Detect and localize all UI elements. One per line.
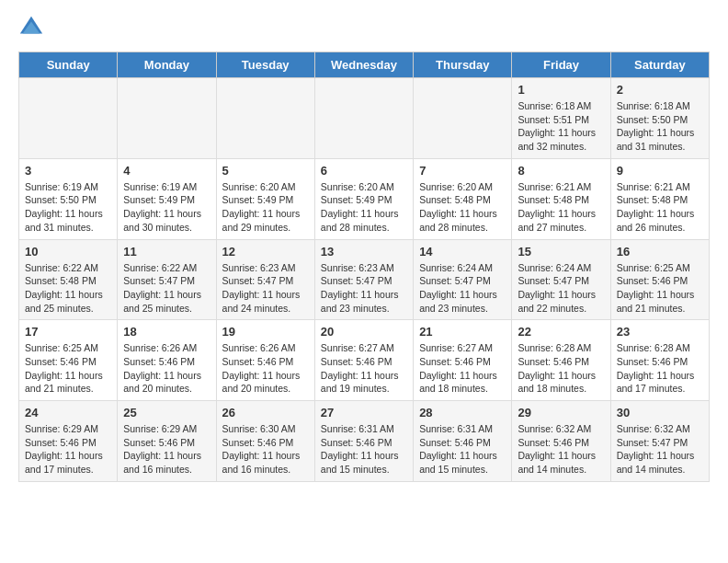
day-number: 19 bbox=[222, 325, 309, 339]
day-number: 10 bbox=[25, 245, 111, 259]
calendar-cell bbox=[118, 78, 216, 159]
day-info: Sunrise: 6:22 AMSunset: 5:47 PMDaylight:… bbox=[123, 261, 210, 316]
calendar-cell: 9Sunrise: 6:21 AMSunset: 5:48 PMDaylight… bbox=[610, 158, 709, 239]
day-number: 30 bbox=[617, 406, 703, 419]
calendar-cell: 16Sunrise: 6:25 AMSunset: 5:46 PMDayligh… bbox=[610, 239, 709, 320]
day-number: 22 bbox=[518, 325, 604, 339]
day-info: Sunrise: 6:32 AMSunset: 5:47 PMDaylight:… bbox=[617, 422, 703, 477]
calendar-cell: 11Sunrise: 6:22 AMSunset: 5:47 PMDayligh… bbox=[118, 239, 216, 320]
day-number: 7 bbox=[419, 164, 506, 178]
day-info: Sunrise: 6:32 AMSunset: 5:46 PMDaylight:… bbox=[518, 422, 604, 477]
day-info: Sunrise: 6:27 AMSunset: 5:46 PMDaylight:… bbox=[321, 341, 407, 396]
calendar-cell: 12Sunrise: 6:23 AMSunset: 5:47 PMDayligh… bbox=[216, 239, 314, 320]
day-info: Sunrise: 6:18 AMSunset: 5:50 PMDaylight:… bbox=[617, 99, 703, 154]
day-info: Sunrise: 6:22 AMSunset: 5:48 PMDaylight:… bbox=[25, 261, 111, 316]
day-number: 16 bbox=[617, 245, 703, 259]
calendar-cell: 2Sunrise: 6:18 AMSunset: 5:50 PMDaylight… bbox=[610, 78, 709, 159]
calendar-header-friday: Friday bbox=[512, 52, 610, 78]
day-info: Sunrise: 6:19 AMSunset: 5:50 PMDaylight:… bbox=[25, 180, 111, 235]
calendar-cell bbox=[414, 78, 512, 159]
day-number: 23 bbox=[617, 325, 703, 339]
calendar-cell: 3Sunrise: 6:19 AMSunset: 5:50 PMDaylight… bbox=[19, 158, 118, 239]
day-info: Sunrise: 6:21 AMSunset: 5:48 PMDaylight:… bbox=[617, 180, 703, 235]
calendar-week-3: 10Sunrise: 6:22 AMSunset: 5:48 PMDayligh… bbox=[19, 239, 710, 320]
calendar-cell: 7Sunrise: 6:20 AMSunset: 5:48 PMDaylight… bbox=[414, 158, 512, 239]
logo bbox=[18, 15, 48, 40]
day-number: 4 bbox=[123, 164, 210, 178]
calendar-header-sunday: Sunday bbox=[19, 52, 118, 78]
day-number: 24 bbox=[25, 406, 111, 419]
calendar-week-5: 24Sunrise: 6:29 AMSunset: 5:46 PMDayligh… bbox=[19, 401, 710, 482]
day-info: Sunrise: 6:29 AMSunset: 5:46 PMDaylight:… bbox=[25, 422, 111, 477]
calendar-cell: 30Sunrise: 6:32 AMSunset: 5:47 PMDayligh… bbox=[610, 401, 709, 482]
calendar-header-saturday: Saturday bbox=[610, 52, 709, 78]
calendar-cell: 8Sunrise: 6:21 AMSunset: 5:48 PMDaylight… bbox=[512, 158, 610, 239]
day-number: 6 bbox=[321, 164, 407, 178]
day-info: Sunrise: 6:24 AMSunset: 5:47 PMDaylight:… bbox=[419, 261, 506, 316]
day-info: Sunrise: 6:20 AMSunset: 5:49 PMDaylight:… bbox=[222, 180, 309, 235]
day-number: 29 bbox=[518, 406, 604, 419]
day-number: 14 bbox=[419, 245, 506, 259]
day-info: Sunrise: 6:25 AMSunset: 5:46 PMDaylight:… bbox=[25, 341, 111, 396]
day-number: 18 bbox=[123, 325, 210, 339]
calendar-week-2: 3Sunrise: 6:19 AMSunset: 5:50 PMDaylight… bbox=[19, 158, 710, 239]
calendar-cell: 1Sunrise: 6:18 AMSunset: 5:51 PMDaylight… bbox=[512, 78, 610, 159]
calendar-cell: 6Sunrise: 6:20 AMSunset: 5:49 PMDaylight… bbox=[314, 158, 413, 239]
day-info: Sunrise: 6:30 AMSunset: 5:46 PMDaylight:… bbox=[222, 422, 309, 477]
day-info: Sunrise: 6:23 AMSunset: 5:47 PMDaylight:… bbox=[321, 261, 407, 316]
day-info: Sunrise: 6:26 AMSunset: 5:46 PMDaylight:… bbox=[222, 341, 309, 396]
day-info: Sunrise: 6:20 AMSunset: 5:49 PMDaylight:… bbox=[321, 180, 407, 235]
calendar-header-monday: Monday bbox=[118, 52, 216, 78]
calendar-cell: 20Sunrise: 6:27 AMSunset: 5:46 PMDayligh… bbox=[314, 320, 413, 401]
calendar-cell: 22Sunrise: 6:28 AMSunset: 5:46 PMDayligh… bbox=[512, 320, 610, 401]
calendar-cell: 14Sunrise: 6:24 AMSunset: 5:47 PMDayligh… bbox=[414, 239, 512, 320]
calendar-cell: 25Sunrise: 6:29 AMSunset: 5:46 PMDayligh… bbox=[118, 401, 216, 482]
calendar-table: SundayMondayTuesdayWednesdayThursdayFrid… bbox=[18, 52, 710, 482]
calendar-cell: 27Sunrise: 6:31 AMSunset: 5:46 PMDayligh… bbox=[314, 401, 413, 482]
day-number: 26 bbox=[222, 406, 309, 419]
day-number: 25 bbox=[123, 406, 210, 419]
day-info: Sunrise: 6:25 AMSunset: 5:46 PMDaylight:… bbox=[617, 261, 703, 316]
calendar-cell: 26Sunrise: 6:30 AMSunset: 5:46 PMDayligh… bbox=[216, 401, 314, 482]
calendar-cell bbox=[314, 78, 413, 159]
day-info: Sunrise: 6:18 AMSunset: 5:51 PMDaylight:… bbox=[518, 99, 604, 154]
calendar-cell: 5Sunrise: 6:20 AMSunset: 5:49 PMDaylight… bbox=[216, 158, 314, 239]
day-info: Sunrise: 6:19 AMSunset: 5:49 PMDaylight:… bbox=[123, 180, 210, 235]
day-number: 12 bbox=[222, 245, 309, 259]
day-info: Sunrise: 6:29 AMSunset: 5:46 PMDaylight:… bbox=[123, 422, 210, 477]
calendar-header-tuesday: Tuesday bbox=[216, 52, 314, 78]
day-number: 3 bbox=[25, 164, 111, 178]
day-number: 27 bbox=[321, 406, 407, 419]
day-info: Sunrise: 6:23 AMSunset: 5:47 PMDaylight:… bbox=[222, 261, 309, 316]
day-info: Sunrise: 6:31 AMSunset: 5:46 PMDaylight:… bbox=[419, 422, 506, 477]
calendar-cell: 17Sunrise: 6:25 AMSunset: 5:46 PMDayligh… bbox=[19, 320, 118, 401]
calendar-week-4: 17Sunrise: 6:25 AMSunset: 5:46 PMDayligh… bbox=[19, 320, 710, 401]
day-info: Sunrise: 6:24 AMSunset: 5:47 PMDaylight:… bbox=[518, 261, 604, 316]
header bbox=[18, 15, 710, 40]
day-info: Sunrise: 6:21 AMSunset: 5:48 PMDaylight:… bbox=[518, 180, 604, 235]
calendar-cell: 29Sunrise: 6:32 AMSunset: 5:46 PMDayligh… bbox=[512, 401, 610, 482]
day-number: 11 bbox=[123, 245, 210, 259]
day-info: Sunrise: 6:27 AMSunset: 5:46 PMDaylight:… bbox=[419, 341, 506, 396]
calendar-cell bbox=[216, 78, 314, 159]
calendar-cell: 21Sunrise: 6:27 AMSunset: 5:46 PMDayligh… bbox=[414, 320, 512, 401]
calendar-header-wednesday: Wednesday bbox=[314, 52, 413, 78]
day-number: 1 bbox=[518, 83, 604, 97]
calendar-cell: 23Sunrise: 6:28 AMSunset: 5:46 PMDayligh… bbox=[610, 320, 709, 401]
day-number: 13 bbox=[321, 245, 407, 259]
calendar-header-thursday: Thursday bbox=[414, 52, 512, 78]
day-number: 2 bbox=[617, 83, 703, 97]
day-number: 20 bbox=[321, 325, 407, 339]
day-number: 8 bbox=[518, 164, 604, 178]
day-info: Sunrise: 6:26 AMSunset: 5:46 PMDaylight:… bbox=[123, 341, 210, 396]
calendar-header-row: SundayMondayTuesdayWednesdayThursdayFrid… bbox=[19, 52, 710, 78]
calendar-cell: 28Sunrise: 6:31 AMSunset: 5:46 PMDayligh… bbox=[414, 401, 512, 482]
day-number: 15 bbox=[518, 245, 604, 259]
calendar-cell: 10Sunrise: 6:22 AMSunset: 5:48 PMDayligh… bbox=[19, 239, 118, 320]
calendar-cell: 13Sunrise: 6:23 AMSunset: 5:47 PMDayligh… bbox=[314, 239, 413, 320]
day-number: 5 bbox=[222, 164, 309, 178]
day-info: Sunrise: 6:20 AMSunset: 5:48 PMDaylight:… bbox=[419, 180, 506, 235]
calendar-cell: 4Sunrise: 6:19 AMSunset: 5:49 PMDaylight… bbox=[118, 158, 216, 239]
day-info: Sunrise: 6:28 AMSunset: 5:46 PMDaylight:… bbox=[518, 341, 604, 396]
day-number: 9 bbox=[617, 164, 703, 178]
